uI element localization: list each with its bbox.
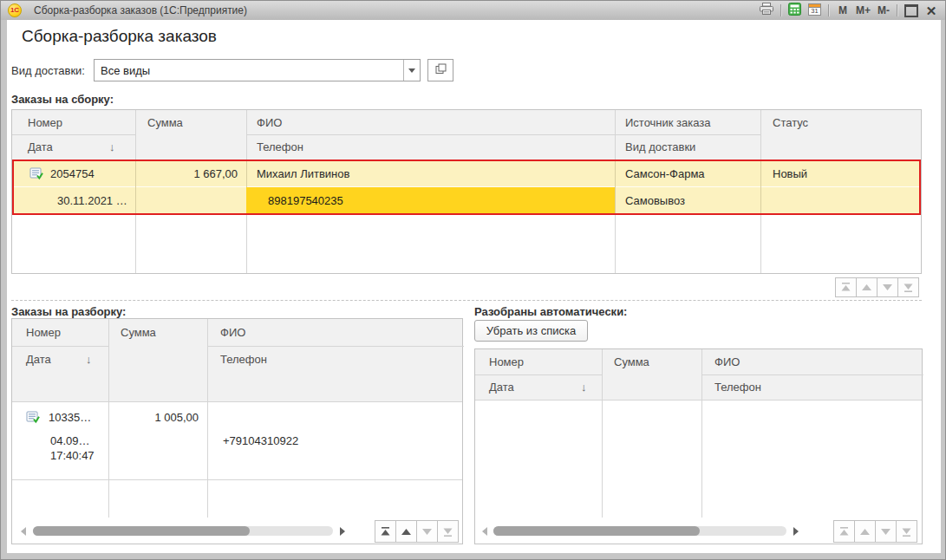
column-header-fio[interactable]: ФИО	[714, 349, 740, 374]
sort-descending-icon: ↓	[581, 374, 587, 400]
go-last-row-button[interactable]	[897, 277, 919, 297]
cell-sum[interactable]: 1 005,00	[108, 408, 199, 426]
column-header-date[interactable]: Дата	[28, 134, 53, 160]
scroll-left-icon[interactable]	[482, 527, 487, 536]
column-header-source[interactable]: Источник заказа	[625, 110, 711, 134]
combobox-dropdown-button[interactable]	[403, 60, 420, 81]
go-first-row-button[interactable]	[375, 520, 396, 543]
titlebar-separator	[780, 4, 782, 16]
titlebar-separator	[897, 4, 898, 16]
calculator-icon	[788, 3, 801, 19]
cell-date[interactable]: 30.11.2021 …	[57, 187, 127, 213]
app-window: 1С Сборка-разборка заказов (1С:Предприят…	[0, 0, 946, 560]
page-title: Сборка-разборка заказов	[22, 27, 217, 46]
row-down-button[interactable]	[416, 520, 438, 543]
cell-date[interactable]: 04.09…	[50, 433, 90, 448]
cell-number[interactable]: 10335…	[49, 408, 91, 426]
row-up-button[interactable]	[856, 277, 877, 297]
column-header-phone[interactable]: Телефон	[257, 134, 303, 160]
column-header-sum[interactable]: Сумма	[614, 349, 649, 374]
column-header-fio[interactable]: ФИО	[257, 110, 282, 134]
cell-source[interactable]: Самсон-Фарма	[625, 161, 705, 186]
column-header-date[interactable]: Дата	[26, 346, 51, 373]
disassembly-table-nav-buttons	[375, 520, 459, 543]
sort-descending-icon: ↓	[109, 134, 115, 160]
delivery-type-label: Вид доставки:	[11, 64, 85, 77]
column-header-date[interactable]: Дата	[489, 374, 514, 400]
remove-from-list-button[interactable]: Убрать из списка	[474, 320, 588, 342]
column-header-number[interactable]: Номер	[489, 349, 524, 374]
column-header-number[interactable]: Номер	[26, 319, 61, 346]
1c-logo-icon: 1С	[8, 3, 22, 17]
column-header-phone[interactable]: Телефон	[220, 346, 267, 373]
column-header-sum[interactable]: Сумма	[121, 319, 156, 346]
scroll-right-icon[interactable]	[340, 527, 345, 536]
scrollbar-thumb[interactable]	[493, 526, 700, 536]
column-header-status[interactable]: Статус	[773, 110, 808, 134]
row-down-button[interactable]	[877, 277, 898, 297]
row-column-divider	[615, 161, 616, 213]
calculator-button[interactable]	[788, 3, 802, 18]
row-column-divider	[760, 161, 761, 213]
close-button[interactable]: ✕	[924, 3, 938, 18]
go-last-row-button[interactable]	[437, 520, 459, 543]
delivery-type-combobox[interactable]: Все виды	[94, 59, 421, 81]
column-header-fio[interactable]: ФИО	[220, 319, 245, 346]
go-last-row-button[interactable]	[896, 520, 917, 543]
selected-order-row[interactable]: 2054754 1 667,00 Михаил Литвинов Самсон-…	[12, 160, 921, 215]
cell-delivery[interactable]: Самовывоз	[625, 187, 685, 213]
row-up-button[interactable]	[395, 520, 417, 543]
form-content: Сборка-разборка заказов Вид доставки: Вс…	[7, 20, 941, 553]
delivery-type-value[interactable]: Все виды	[95, 60, 403, 81]
go-first-row-button[interactable]	[835, 277, 857, 297]
scrollbar-thumb[interactable]	[33, 526, 250, 536]
auto-table-nav-buttons	[834, 520, 917, 543]
delivery-type-choose-button[interactable]	[427, 59, 453, 81]
go-first-row-button[interactable]	[833, 520, 855, 543]
column-header-number[interactable]: Номер	[28, 110, 62, 134]
cell-phone[interactable]: +79104310922	[223, 433, 298, 448]
posted-document-icon	[29, 161, 43, 186]
row-down-button[interactable]	[875, 520, 897, 543]
disassembly-orders-table: Номер Сумма ФИО Дата ↓ Телефон 10335… 1 …	[11, 318, 463, 544]
maximize-icon	[904, 4, 918, 17]
svg-text:31: 31	[812, 7, 819, 15]
sort-descending-icon: ↓	[86, 346, 92, 373]
scroll-right-icon[interactable]	[793, 527, 799, 536]
titlebar-separator	[828, 4, 830, 16]
memory-recall-button[interactable]: M	[836, 3, 850, 18]
posted-document-icon	[26, 408, 40, 426]
cell-phone-active[interactable]: 898197540235	[268, 187, 343, 213]
calendar-button[interactable]: 31	[808, 3, 822, 18]
maximize-button[interactable]	[904, 3, 918, 18]
row-up-button[interactable]	[854, 520, 876, 543]
memory-minus-button[interactable]: M-	[877, 3, 891, 18]
printer-icon	[759, 3, 774, 18]
title-bar: 1С Сборка-разборка заказов (1С:Предприят…	[1, 1, 945, 20]
assembly-orders-table: Номер Сумма ФИО Источник заказа Статус Д…	[11, 109, 922, 274]
assembly-section-label: Заказы на сборку:	[11, 93, 114, 106]
column-header-phone[interactable]: Телефон	[714, 374, 761, 400]
column-divider	[602, 349, 603, 518]
disassembly-order-row[interactable]: 10335… 1 005,00 04.09… 17:40:47 +7910431…	[12, 403, 462, 480]
cell-time[interactable]: 17:40:47	[50, 447, 95, 463]
chevron-down-icon	[408, 68, 415, 73]
auto-section-label: Разобраны автоматически:	[474, 305, 627, 318]
column-header-delivery[interactable]: Вид доставки	[625, 134, 695, 160]
cell-sum[interactable]: 1 667,00	[135, 161, 238, 186]
cell-number[interactable]: 2054754	[50, 161, 95, 186]
column-header-sum[interactable]: Сумма	[147, 110, 183, 134]
scroll-left-icon[interactable]	[21, 527, 26, 536]
calendar-icon: 31	[808, 3, 821, 19]
close-icon: ✕	[926, 4, 937, 17]
section-splitter[interactable]	[11, 300, 922, 301]
choose-from-list-icon	[435, 62, 447, 78]
disassembly-section-label: Заказы на разборку:	[11, 305, 126, 318]
print-button[interactable]	[759, 3, 774, 18]
window-title: Сборка-разборка заказов (1С:Предприятие)	[34, 4, 247, 16]
cell-fio[interactable]: Михаил Литвинов	[257, 161, 349, 186]
cell-status[interactable]: Новый	[773, 161, 807, 186]
auto-disassembled-table: Номер Сумма ФИО Дата ↓ Телефон	[474, 348, 923, 544]
memory-plus-button[interactable]: M+	[856, 3, 871, 18]
assembly-table-nav-buttons	[836, 277, 919, 297]
